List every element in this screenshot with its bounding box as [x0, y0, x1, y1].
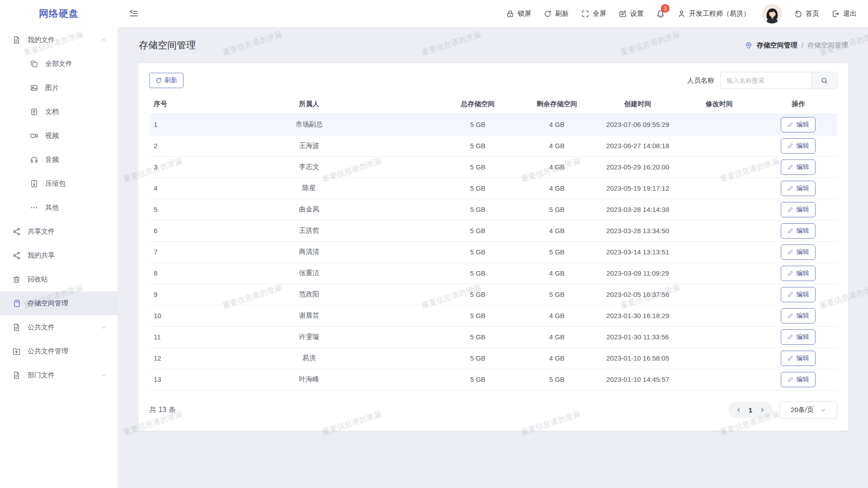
files-icon	[30, 60, 38, 68]
table-row: 5曲金凤5 GB5 GB2023-03-28 14:14:38编辑	[149, 199, 837, 220]
topbar-actions: 锁屏 刷新 全屏 设置 3 开发工程师（易洪）	[506, 4, 868, 23]
breadcrumb: 存储空间管理 / 存储空间管理	[745, 41, 848, 50]
document-icon	[12, 36, 21, 44]
cell-owner: 陈星	[180, 178, 438, 199]
cell-no: 9	[149, 284, 180, 305]
current-page[interactable]: 1	[749, 406, 752, 414]
page-header: 存储空间管理 存储空间管理 / 存储空间管理	[118, 27, 868, 63]
cell-total: 5 GB	[438, 369, 517, 390]
folder-manage-icon	[12, 347, 21, 356]
edit-button[interactable]: 编辑	[781, 351, 816, 366]
sidebar-item-audio[interactable]: 音频	[0, 148, 118, 172]
pencil-icon	[788, 206, 793, 212]
file-text-icon	[30, 108, 38, 116]
search-input[interactable]	[721, 72, 811, 89]
edit-button[interactable]: 编辑	[781, 117, 816, 132]
sidebar-item-storage-management[interactable]: 存储空间管理	[0, 291, 118, 315]
sidebar-item-label: 共享文件	[28, 227, 55, 236]
table-row: 9范政阳5 GB5 GB2023-02-05 16:37:56编辑	[149, 284, 837, 305]
sidebar-item-my-files[interactable]: 我的文件	[0, 28, 118, 52]
prev-page-button[interactable]	[734, 407, 743, 413]
cell-action: 编辑	[760, 347, 837, 369]
table-row: 13叶海峰5 GB5 GB2023-01-10 14:45:57编辑	[149, 369, 837, 390]
cell-owner: 范政阳	[180, 284, 438, 305]
edit-button-label: 编辑	[796, 248, 809, 256]
table-row: 8张重洁5 GB4 GB2023-03-09 11:09:29编辑	[149, 263, 837, 284]
sidebar-item-public-file-management[interactable]: 公共文件管理	[0, 339, 118, 363]
sidebar-item-recycle-bin[interactable]: 回收站	[0, 267, 118, 291]
edit-button[interactable]: 编辑	[781, 223, 816, 239]
edit-button[interactable]: 编辑	[781, 372, 816, 387]
settings-button[interactable]: 设置	[618, 9, 644, 18]
sidebar-item-my-shares[interactable]: 我的共享	[0, 244, 118, 267]
sidebar-item-videos[interactable]: 视频	[0, 124, 118, 148]
storage-icon	[12, 299, 21, 308]
avatar[interactable]	[762, 4, 782, 23]
refresh-page-button[interactable]: 刷新	[543, 9, 569, 18]
edit-button-label: 编辑	[796, 184, 809, 192]
breadcrumb-current[interactable]: 存储空间管理	[757, 41, 797, 50]
sidebar-item-label: 公共文件	[28, 323, 55, 332]
sidebar: 我的文件全部文件图片文档视频音频压缩包其他共享文件我的共享回收站存储空间管理公共…	[0, 27, 118, 488]
edit-button[interactable]: 编辑	[781, 181, 816, 196]
total-count: 共 13 条	[149, 405, 176, 415]
edit-button[interactable]: 编辑	[781, 329, 816, 345]
page-size-select[interactable]: 20条/页	[779, 401, 837, 419]
next-page-button[interactable]	[758, 407, 767, 413]
edit-button[interactable]: 编辑	[781, 138, 816, 154]
sidebar-item-others[interactable]: 其他	[0, 196, 118, 220]
cell-total: 5 GB	[438, 263, 517, 284]
cell-created: 2023-05-19 19:17:12	[596, 178, 679, 199]
undo-home-icon	[794, 9, 802, 18]
table-refresh-label: 刷新	[165, 76, 177, 84]
sidebar-item-public-files[interactable]: 公共文件	[0, 315, 118, 339]
logout-icon	[831, 9, 840, 18]
cell-total: 5 GB	[438, 305, 517, 326]
cell-created: 2023-07-06 09:55:29	[596, 114, 679, 135]
cell-remaining: 4 GB	[517, 156, 596, 178]
refresh-page-label: 刷新	[555, 9, 569, 18]
fullscreen-button[interactable]: 全屏	[581, 9, 606, 18]
sidebar-item-shared-files[interactable]: 共享文件	[0, 220, 118, 244]
cell-created: 2023-03-14 13:13:51	[596, 241, 679, 263]
sidebar-item-images[interactable]: 图片	[0, 76, 118, 100]
logout-button[interactable]: 退出	[831, 9, 857, 18]
edit-button-label: 编辑	[796, 142, 809, 150]
table-row: 3李志文5 GB4 GB2023-05-29 16:20:00编辑	[149, 156, 837, 178]
sidebar-item-all-files[interactable]: 全部文件	[0, 52, 118, 76]
cell-created: 2023-03-09 11:09:29	[596, 263, 679, 284]
edit-button[interactable]: 编辑	[781, 160, 816, 175]
cell-no: 8	[149, 263, 180, 284]
edit-button[interactable]: 编辑	[781, 266, 816, 281]
user-menu[interactable]: 开发工程师（易洪）	[677, 9, 750, 18]
home-button[interactable]: 首页	[794, 9, 819, 18]
person-icon	[677, 9, 686, 18]
edit-button-label: 编辑	[796, 206, 809, 214]
menu-fold-icon[interactable]	[129, 9, 138, 19]
document-icon	[12, 371, 21, 380]
column-header: 所属人	[180, 95, 438, 114]
edit-button[interactable]: 编辑	[781, 308, 816, 324]
edit-button[interactable]: 编辑	[781, 244, 816, 260]
image-icon	[30, 84, 38, 92]
notifications-button[interactable]: 3	[656, 9, 665, 18]
lock-screen-button[interactable]: 锁屏	[506, 9, 531, 18]
cell-created: 2023-01-10 14:45:57	[596, 369, 679, 390]
table-refresh-button[interactable]: 刷新	[149, 73, 184, 88]
column-header: 剩余存储空间	[517, 95, 596, 114]
sidebar-item-label: 视频	[45, 131, 59, 140]
sidebar-item-department-files[interactable]: 部门文件	[0, 363, 118, 387]
search-button[interactable]	[811, 72, 837, 89]
cell-created: 2023-03-28 14:14:38	[596, 199, 679, 220]
sidebar-item-archives[interactable]: 压缩包	[0, 172, 118, 196]
edit-button[interactable]: 编辑	[781, 287, 816, 302]
pencil-icon	[788, 228, 793, 234]
edit-button[interactable]: 编辑	[781, 202, 816, 217]
page-title: 存储空间管理	[139, 39, 196, 52]
sidebar-item-documents[interactable]: 文档	[0, 100, 118, 124]
table-head: 序号所属人总存储空间剩余存储空间创建时间修改时间操作	[149, 95, 837, 114]
share-icon	[12, 251, 21, 260]
settings-label: 设置	[630, 9, 644, 18]
cell-created: 2023-03-28 13:34:50	[596, 220, 679, 241]
edit-button-label: 编辑	[796, 375, 809, 384]
